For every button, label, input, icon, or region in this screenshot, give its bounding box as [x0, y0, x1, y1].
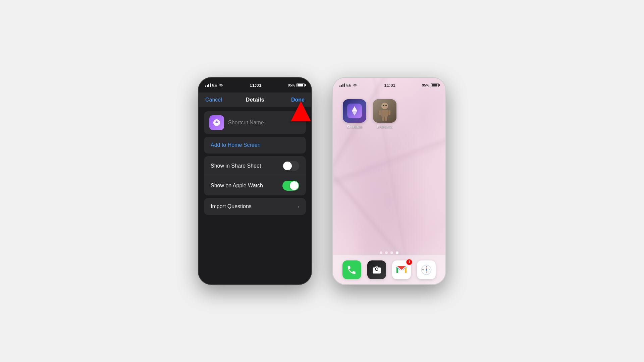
- red-arrow-indicator: [291, 101, 311, 121]
- shortcuts-label-1: Shortcuts: [347, 125, 362, 129]
- right-battery-fill: [432, 84, 437, 86]
- carrier-label: EE: [212, 83, 217, 87]
- svg-rect-6: [379, 110, 381, 115]
- gmail-icon: [396, 266, 407, 274]
- apple-watch-row: Show on Apple Watch: [204, 176, 306, 195]
- chevron-right-icon: ›: [298, 204, 299, 209]
- signal-icon: [205, 83, 211, 87]
- import-questions-label: Import Questions: [211, 203, 252, 209]
- toggle-knob-watch: [290, 181, 299, 190]
- shortcut-app-icon[interactable]: [209, 115, 224, 130]
- right-signal-bar-3: [342, 84, 343, 87]
- left-status-bar: EE 11:01 95%: [199, 78, 311, 93]
- right-battery-percent: 95%: [422, 83, 429, 87]
- shortcuts-icon: [212, 118, 221, 127]
- toggle-knob-share: [283, 162, 292, 170]
- left-phone: EE 11:01 95% Cancel Details Done: [198, 77, 312, 285]
- svg-rect-7: [388, 110, 390, 115]
- app-dock: 1 N S W E: [333, 255, 445, 284]
- battery-icon-left: [297, 83, 305, 87]
- right-signal-icon: [339, 83, 345, 87]
- dock-camera-app[interactable]: [367, 260, 386, 279]
- red-triangle: [291, 101, 311, 121]
- dock-gmail-app[interactable]: 1: [392, 260, 411, 279]
- right-wifi-icon: [353, 83, 358, 87]
- signal-bar-4: [210, 83, 211, 87]
- right-phone: EE 11:01 95%: [332, 77, 446, 285]
- phone-content-left: Shortcut Name Add to Home Screen Show in…: [199, 107, 311, 219]
- svg-rect-8: [382, 117, 384, 121]
- page-dot-4: [396, 251, 398, 254]
- svg-point-4: [381, 103, 388, 109]
- battery-fill-left: [298, 84, 303, 86]
- svg-text:W: W: [422, 268, 424, 270]
- add-home-screen-button[interactable]: Add to Home Screen: [204, 137, 306, 154]
- shortcuts-label-2: Shortcuts: [377, 125, 392, 129]
- shortcut-name-row: Shortcut Name: [204, 111, 306, 134]
- svg-text:N: N: [426, 266, 427, 268]
- dock-safari-app[interactable]: N S W E: [417, 260, 436, 279]
- left-time: 11:01: [250, 83, 262, 88]
- battery-percent-left: 95%: [288, 83, 295, 87]
- share-sheet-row: Show in Share Sheet: [204, 156, 306, 176]
- right-signal-bar-2: [341, 85, 342, 87]
- right-signal-bar-1: [339, 85, 340, 87]
- gmail-badge: 1: [406, 259, 412, 265]
- share-sheet-toggle[interactable]: [282, 161, 299, 171]
- dock-phone-app[interactable]: [342, 260, 361, 279]
- right-status-right: 95%: [422, 83, 439, 87]
- svg-point-12: [376, 268, 378, 270]
- shortcuts-app-2[interactable]: Shortcuts: [373, 99, 396, 129]
- svg-point-10: [383, 105, 384, 106]
- right-signal-bar-4: [344, 83, 345, 87]
- import-questions-row[interactable]: Import Questions ›: [204, 198, 306, 215]
- shortcuts-app-1[interactable]: Shortcuts: [343, 99, 366, 129]
- left-status-left: EE: [205, 83, 223, 87]
- add-home-label: Add to Home Screen: [211, 142, 261, 148]
- right-status-left: EE: [339, 83, 358, 87]
- svg-rect-5: [381, 110, 388, 117]
- camera-icon: [372, 265, 382, 275]
- page-dot-3: [390, 251, 393, 254]
- left-status-right: 95%: [288, 83, 305, 87]
- apple-watch-toggle[interactable]: [282, 181, 299, 191]
- safari-icon: N S W E: [421, 264, 432, 275]
- right-battery-icon: [431, 83, 439, 87]
- right-carrier-label: EE: [346, 83, 352, 87]
- cancel-button[interactable]: Cancel: [205, 97, 222, 103]
- shortcuts-svg-1: [347, 104, 362, 118]
- right-status-bar: EE 11:01 95%: [333, 78, 445, 93]
- nav-title: Details: [246, 97, 264, 103]
- toggles-section: Show in Share Sheet Show on Apple Watch: [204, 156, 306, 195]
- svg-point-21: [426, 269, 427, 270]
- signal-bar-3: [208, 84, 209, 87]
- svg-rect-9: [385, 117, 387, 121]
- phone-icon: [347, 265, 357, 275]
- shortcuts-svg-2: [373, 99, 396, 123]
- shortcut-name-input[interactable]: Shortcut Name: [228, 120, 301, 126]
- share-sheet-label: Show in Share Sheet: [211, 163, 261, 169]
- shortcuts-icon-1: [343, 99, 366, 123]
- signal-bar-2: [207, 85, 208, 87]
- shortcuts-icon-2: [373, 99, 396, 123]
- right-time: 11:01: [384, 83, 395, 88]
- page-dot-2: [385, 251, 388, 254]
- page-dot-1: [380, 251, 382, 254]
- svg-point-11: [385, 105, 387, 106]
- apple-watch-label: Show on Apple Watch: [211, 183, 263, 189]
- wifi-icon: [218, 83, 223, 87]
- signal-bar-1: [205, 85, 206, 87]
- home-screen-icons: Shortcuts: [333, 93, 445, 135]
- svg-point-0: [220, 86, 221, 87]
- svg-point-1: [355, 86, 355, 87]
- page-dots: [380, 251, 398, 254]
